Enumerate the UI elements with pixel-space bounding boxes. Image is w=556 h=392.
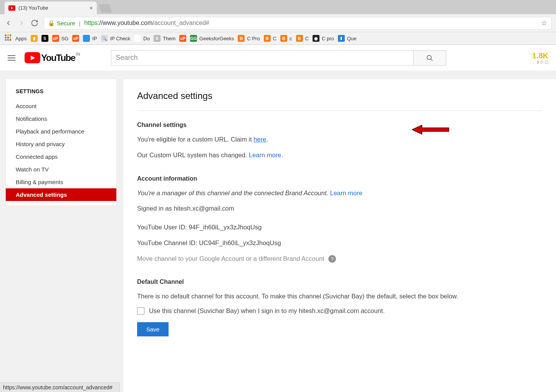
bookmark-label: SG: [61, 36, 69, 41]
svg-rect-3: [5, 37, 7, 38]
bookmark-item[interactable]: 🔍IP Check: [101, 35, 131, 42]
url-scheme: https: [84, 20, 98, 26]
back-icon[interactable]: [5, 19, 12, 27]
save-button[interactable]: Save: [137, 322, 169, 336]
bookmark-icon: 🔍: [101, 35, 108, 42]
svg-marker-11: [412, 125, 449, 134]
bookmark-label: IP Check: [110, 36, 131, 41]
settings-sidebar: SETTINGS AccountNotificationsPlayback an…: [5, 79, 117, 206]
signed-in-text: Signed in as hitesh.xc@gmail.com: [137, 204, 542, 213]
youtube-favicon-icon: [8, 5, 15, 11]
bookmark-label: c: [290, 36, 292, 41]
bookmark-item[interactable]: BC Pro: [238, 35, 260, 42]
tab-title: (13) YouTube: [18, 5, 86, 11]
sidebar-item-connected-apps[interactable]: Connected apps: [6, 150, 116, 163]
hamburger-icon[interactable]: [8, 54, 15, 62]
bookmark-label: Them: [163, 36, 175, 41]
move-channel-text[interactable]: Move channel to your Google Account or a…: [137, 254, 542, 264]
manager-text: You're a manager of this channel and the…: [137, 188, 542, 198]
bookmark-item[interactable]: 🌐IP: [83, 35, 97, 42]
bookmark-item[interactable]: GGGeeksforGeeks: [190, 35, 234, 42]
bookmark-item[interactable]: BC: [264, 35, 276, 42]
header-right-sub: $ ⏱ 1): [532, 60, 548, 64]
red-arrow-annotation: [412, 124, 450, 135]
bookmark-label: C pro: [322, 36, 334, 41]
bookmark-item[interactable]: Apps: [15, 36, 27, 41]
forward-icon[interactable]: [18, 19, 25, 27]
youtube-play-icon: [25, 52, 40, 63]
default-channel-checkbox[interactable]: [137, 307, 144, 315]
youtube-logo[interactable]: YouTube IN: [25, 52, 79, 63]
url-host: ://www.youtube.com: [98, 20, 152, 26]
bookmark-icon: B: [238, 35, 245, 42]
default-channel-heading: Default Channel: [137, 278, 542, 285]
bookmark-label: C Pro: [247, 36, 260, 41]
header-right-badge: 1.8K $ ⏱ 1): [532, 51, 548, 64]
bookmark-icon: B: [296, 35, 303, 42]
url-path: /account_advanced#: [152, 20, 209, 26]
bookmark-item[interactable]: cP: [179, 35, 186, 42]
browser-status-bar: https://www.youtube.com/account_advanced…: [0, 382, 120, 392]
bookmark-label: Apps: [15, 36, 27, 41]
help-icon[interactable]: ?: [328, 255, 336, 263]
bookmark-icon: ⬇: [338, 35, 345, 42]
search-input[interactable]: [111, 50, 414, 66]
account-info-heading: Account information: [137, 175, 542, 182]
bookmark-item[interactable]: GDo: [134, 35, 150, 42]
bookmark-item[interactable]: ⬇Que: [338, 35, 357, 42]
tab-strip: (13) YouTube ×: [0, 0, 556, 14]
youtube-logo-text: YouTube: [41, 53, 75, 63]
sidebar-item-playback-and-performance[interactable]: Playback and performance: [6, 125, 116, 138]
browser-tab[interactable]: (13) YouTube ×: [5, 2, 97, 14]
svg-point-9: [427, 55, 431, 59]
sidebar-item-watch-on-tv[interactable]: Watch on TV: [6, 163, 116, 176]
bookmark-icon: B: [280, 35, 287, 42]
svg-rect-0: [5, 35, 7, 36]
bookmark-label: IP: [92, 36, 97, 41]
sidebar-item-notifications[interactable]: Notifications: [6, 112, 116, 125]
bookmark-star-icon[interactable]: ☆: [541, 19, 547, 27]
learn-more-link[interactable]: Learn more: [249, 152, 281, 158]
bookmark-item[interactable]: cPSG: [52, 35, 69, 42]
bookmark-item[interactable]: SThem: [154, 35, 175, 42]
browser-nav-bar: 🔒 Secure | https://www.youtube.com/accou…: [0, 14, 556, 32]
default-channel-checkbox-label: Use this channel (Suvichar Bay) when I s…: [149, 307, 385, 315]
sidebar-item-billing-payments[interactable]: Billing & payments: [6, 176, 116, 188]
youtube-header: YouTube IN 1.8K $ ⏱ 1): [0, 45, 556, 71]
channel-settings-heading: Channel settings: [137, 122, 542, 128]
youtube-region: IN: [76, 52, 80, 56]
reload-icon[interactable]: [31, 19, 38, 27]
sidebar-item-account[interactable]: Account: [6, 100, 116, 112]
sidebar-heading: SETTINGS: [6, 86, 116, 100]
custom-url-eligible-text: You're eligible for a custom URL. Claim …: [137, 135, 542, 144]
bookmark-item[interactable]: BC: [296, 35, 309, 42]
search-button[interactable]: [414, 50, 446, 66]
apps-grid-icon[interactable]: [5, 34, 12, 43]
youtube-channel-id: YouTube Channel ID: UC94F_ih60iL_yx3zJho…: [137, 238, 542, 248]
bookmark-icon: S: [154, 35, 161, 42]
default-channel-desc: There is no default channel for this acc…: [137, 292, 542, 301]
svg-rect-1: [7, 35, 9, 36]
bookmark-label: C: [305, 36, 309, 41]
bookmark-item[interactable]: Bc: [280, 35, 292, 42]
close-icon[interactable]: ×: [89, 5, 93, 11]
url-divider: |: [79, 20, 81, 26]
bookmark-item[interactable]: ▮: [31, 35, 38, 42]
learn-more-manager-link[interactable]: Learn more: [330, 189, 362, 196]
bookmark-icon: cP: [72, 35, 79, 42]
sidebar-item-advanced-settings[interactable]: Advanced settings: [6, 188, 116, 201]
bookmark-item[interactable]: ◉C pro: [313, 35, 334, 42]
svg-line-10: [430, 59, 432, 61]
address-bar[interactable]: 🔒 Secure | https://www.youtube.com/accou…: [44, 17, 551, 30]
new-tab-button[interactable]: [98, 4, 112, 13]
claim-here-link[interactable]: here: [253, 136, 266, 143]
default-channel-checkbox-row: Use this channel (Suvichar Bay) when I s…: [137, 307, 542, 315]
lock-icon: 🔒: [48, 20, 55, 26]
bookmark-item[interactable]: cP: [72, 35, 79, 42]
content-area: SETTINGS AccountNotificationsPlayback an…: [0, 71, 556, 392]
bookmark-label: GeeksforGeeks: [199, 36, 234, 41]
sidebar-item-history-and-privacy[interactable]: History and privacy: [6, 138, 116, 150]
bookmark-item[interactable]: S: [41, 35, 48, 42]
secure-label: Secure: [57, 20, 75, 26]
bookmark-icon: cP: [52, 35, 59, 42]
